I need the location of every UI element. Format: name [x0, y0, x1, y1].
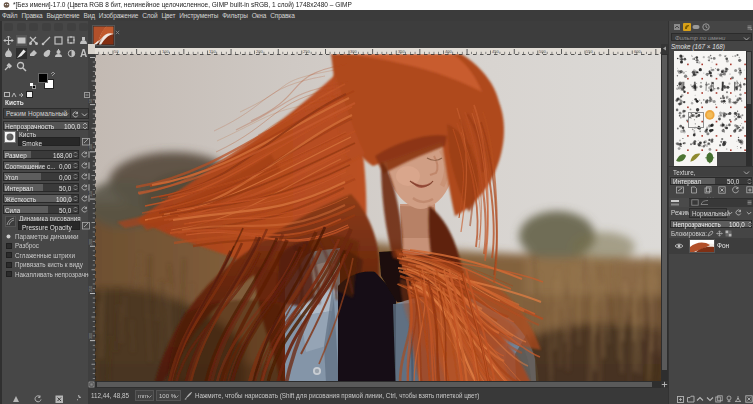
- svg-text:300: 300: [89, 333, 93, 339]
- svg-text:200: 200: [89, 239, 93, 245]
- svg-text:100: 100: [162, 49, 169, 54]
- svg-text:150: 150: [209, 49, 216, 54]
- svg-text:450: 450: [492, 49, 499, 54]
- svg-text:A: A: [80, 48, 87, 59]
- svg-text:200: 200: [256, 49, 263, 54]
- svg-text:600: 600: [634, 49, 641, 54]
- svg-text:350: 350: [398, 49, 405, 54]
- svg-text:250: 250: [303, 49, 310, 54]
- svg-text:50: 50: [89, 99, 93, 103]
- svg-text:550: 550: [586, 49, 593, 54]
- svg-text:50: 50: [114, 49, 119, 54]
- svg-text:500: 500: [539, 49, 546, 54]
- svg-text:250: 250: [89, 286, 93, 292]
- svg-text:400: 400: [445, 49, 452, 54]
- svg-text:300: 300: [350, 49, 357, 54]
